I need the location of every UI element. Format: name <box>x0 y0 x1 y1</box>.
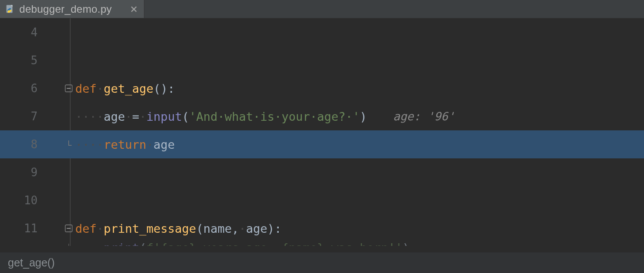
line-number: 6 <box>0 82 38 95</box>
line-number: 11 <box>0 222 38 235</box>
code-line[interactable]: 9 <box>0 158 644 186</box>
code-content: ····print(f'{age}·years·ago,·{name}·was·… <box>75 242 644 246</box>
close-icon <box>130 5 138 13</box>
code-line[interactable]: 10 <box>0 186 644 214</box>
line-number: 9 <box>0 166 38 179</box>
python-file-icon <box>5 4 15 14</box>
tab-bar: debugger_demo.py <box>0 0 644 18</box>
line-number: 5 <box>0 54 38 67</box>
fold-collapse-icon[interactable] <box>64 84 74 93</box>
line-number: 8 <box>0 138 38 151</box>
code-line[interactable]: ····print(f'{age}·years·ago,·{name}·was·… <box>0 242 644 246</box>
line-number: 4 <box>0 26 38 39</box>
inline-variable-hint: age: '96' <box>393 110 455 123</box>
code-editor[interactable]: 456def·get_age():7····age·=·input('And·w… <box>0 18 644 246</box>
code-line[interactable]: 7····age·=·input('And·what·is·your·age?·… <box>0 102 644 130</box>
execution-line[interactable]: 8····return·age <box>0 130 644 158</box>
breadcrumb-bar[interactable]: get_age() <box>0 252 644 273</box>
fold-end-icon <box>64 140 74 149</box>
code-line[interactable]: 6def·get_age(): <box>0 74 644 102</box>
code-content: def·print_message(name,·age): <box>75 222 644 235</box>
fold-collapse-icon[interactable] <box>64 224 74 233</box>
line-number: 10 <box>0 194 38 207</box>
editor-tab[interactable]: debugger_demo.py <box>0 0 144 18</box>
tab-filename: debugger_demo.py <box>19 3 112 15</box>
line-number: 7 <box>0 110 38 123</box>
breadcrumb[interactable]: get_age() <box>8 256 55 269</box>
code-line[interactable]: 5 <box>0 46 644 74</box>
code-content: ····return·age <box>75 138 644 151</box>
code-line[interactable]: 11def·print_message(name,·age): <box>0 214 644 242</box>
code-content: ····age·=·input('And·what·is·your·age?·'… <box>75 110 644 123</box>
code-line[interactable]: 4 <box>0 18 644 46</box>
code-content: def·get_age(): <box>75 82 644 95</box>
close-tab-button[interactable] <box>130 5 138 13</box>
fold-range-icon <box>64 243 74 246</box>
